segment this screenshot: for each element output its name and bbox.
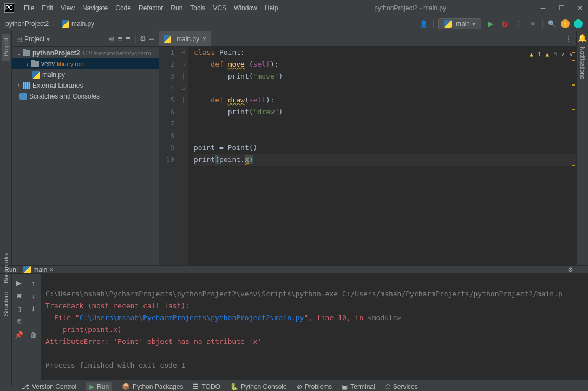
select-opened-icon[interactable]: ⊕	[109, 35, 115, 43]
pause-button[interactable]: ▯	[12, 302, 27, 315]
project-root-name: pythonProject2	[32, 49, 80, 57]
menu-edit[interactable]: Edit	[38, 3, 56, 14]
panel-hide-icon[interactable]: ─	[149, 35, 154, 43]
search-everywhere-icon[interactable]: 🔍	[547, 19, 557, 29]
packages-tool-button[interactable]: 📦Python Packages	[122, 383, 183, 390]
pin-button[interactable]: 📌	[12, 328, 27, 341]
run-tool-window: Run: main × ⚙ ─ ▶↑ ✖↓ ▯⤓ 🖶≣ 📌🗑 C:\Users\…	[0, 265, 588, 379]
scroll-button[interactable]: ≣	[27, 315, 41, 328]
warning-icon: ▲	[546, 49, 550, 61]
add-user-icon[interactable]: 👤	[419, 19, 429, 29]
breadcrumb-project[interactable]: pythonProject2	[5, 20, 49, 28]
run-button[interactable]: ▶	[486, 19, 495, 29]
down-button[interactable]: ↓	[27, 289, 41, 302]
window-title: pythonProject2 - main.py	[281, 4, 539, 12]
panel-dropdown-icon[interactable]: ▾	[47, 35, 50, 43]
python-file-icon	[32, 71, 40, 79]
external-libs-icon	[23, 82, 30, 89]
run-tab-close-icon[interactable]: ×	[49, 266, 53, 273]
tree-venv[interactable]: › venv library root	[12, 58, 159, 69]
left-tool-stripe: Project	[0, 31, 12, 265]
notifications-badge-icon[interactable]: 🔔	[578, 34, 587, 42]
tree-scratches[interactable]: Scratches and Consoles	[12, 91, 159, 102]
menu-view[interactable]: View	[57, 3, 78, 14]
project-tree: ⌄ pythonProject2 C:\Users\mshah\Pycharm …	[12, 47, 159, 103]
terminal-icon: ▣	[342, 383, 348, 390]
run-tab[interactable]: main	[33, 266, 47, 273]
soft-wrap-button[interactable]: ⤓	[27, 302, 41, 315]
breadcrumb-file[interactable]: main.py	[71, 20, 94, 28]
todo-tool-button[interactable]: ☰TODO	[193, 383, 220, 390]
tab-menu-icon[interactable]: ⋮	[565, 35, 572, 43]
menu-window[interactable]: Window	[231, 3, 260, 14]
right-tool-stripe: 🔔 Notifications	[576, 31, 588, 265]
bookmarks-tool-tab[interactable]: Bookmarks	[2, 249, 10, 288]
scratches-label: Scratches and Consoles	[29, 93, 100, 100]
run-hide-icon[interactable]: ─	[579, 266, 584, 273]
main-area: Project ▤ Project ▾ ⊕ ≡ ≣ | ⚙ ─ ⌄ python…	[0, 31, 588, 265]
menu-vcs[interactable]: VCS	[210, 3, 230, 14]
structure-tool-tab[interactable]: Structure	[2, 288, 10, 321]
venv-name: venv	[41, 60, 55, 68]
console-icon: 🐍	[230, 383, 238, 390]
tree-project-root[interactable]: ⌄ pythonProject2 C:\Users\mshah\Pycharm	[12, 48, 159, 58]
stop-button[interactable]: ✖	[12, 289, 27, 302]
scratches-icon	[19, 93, 27, 100]
python-icon	[444, 20, 452, 28]
up-button[interactable]: ↑	[27, 276, 41, 289]
panel-settings-icon[interactable]: ⚙	[140, 35, 146, 43]
console-tool-button[interactable]: 🐍Python Console	[230, 383, 287, 390]
project-view-icon: ▤	[16, 35, 22, 43]
menu-refactor[interactable]: Refactor	[135, 3, 166, 14]
tree-external-libs[interactable]: › External Libraries	[12, 80, 159, 91]
inspection-widget[interactable]: ▲1 ▲4 ∧ ∨	[530, 49, 573, 61]
menu-navigate[interactable]: Navigate	[79, 3, 111, 14]
package-icon: 📦	[122, 383, 130, 390]
menu-tools[interactable]: Tools	[187, 3, 208, 14]
maximize-button[interactable]: ☐	[558, 4, 565, 12]
prev-highlight-icon[interactable]: ∧	[561, 49, 565, 61]
tab-close-icon[interactable]: ×	[202, 35, 206, 43]
editor-tab-main[interactable]: main.py ×	[159, 31, 211, 46]
dropdown-icon: ▾	[472, 20, 475, 28]
python-icon	[23, 266, 31, 273]
tab-label: main.py	[177, 35, 199, 43]
breadcrumb-separator: 〉	[52, 19, 58, 28]
code-with-me-icon[interactable]	[574, 19, 583, 28]
notifications-tool-tab[interactable]: Notifications	[578, 42, 587, 83]
run-tool-button[interactable]: ▶Run	[86, 382, 112, 392]
python-file-icon	[164, 35, 171, 43]
print-button[interactable]: 🖶	[12, 315, 27, 328]
panel-title: Project	[24, 35, 44, 43]
code-editor[interactable]: 12345678910 ⊟⊟│⊟│ class Point: def move …	[159, 47, 576, 265]
venv-tag: library root	[57, 61, 85, 67]
ide-update-icon[interactable]: ↑	[561, 19, 570, 28]
coverage-button[interactable]: ⤴	[514, 19, 524, 29]
menu-code[interactable]: Code	[112, 3, 134, 14]
minimize-button[interactable]: ─	[539, 4, 547, 12]
rerun-button[interactable]: ▶	[12, 276, 27, 289]
clear-button[interactable]: 🗑	[27, 328, 41, 341]
error-stripe[interactable]	[571, 47, 576, 265]
menu-file[interactable]: File	[21, 3, 37, 14]
project-tool-tab[interactable]: Project	[2, 34, 10, 61]
stop-button[interactable]: ■	[528, 19, 538, 29]
project-root-path: C:\Users\mshah\Pycharm	[83, 50, 151, 56]
vcs-tool-button[interactable]: ⎇Version Control	[22, 383, 76, 390]
menu-help[interactable]: Help	[262, 3, 282, 14]
problems-tool-button[interactable]: ⊘Problems	[297, 383, 332, 390]
tree-main-py[interactable]: main.py	[12, 69, 159, 80]
console-output[interactable]: C:\Users\mshah\PycharmProjects\pythonPro…	[41, 274, 588, 386]
collapse-all-icon[interactable]: ≣	[125, 35, 131, 43]
run-settings-icon[interactable]: ⚙	[567, 266, 573, 273]
services-tool-button[interactable]: ⬡Services	[385, 383, 418, 390]
close-button[interactable]: ✕	[576, 4, 584, 12]
services-icon: ⬡	[385, 383, 390, 390]
expand-all-icon[interactable]: ≡	[118, 35, 122, 43]
menu-run[interactable]: Run	[167, 3, 186, 14]
run-config-selector[interactable]: main ▾	[438, 18, 481, 29]
terminal-tool-button[interactable]: ▣Terminal	[342, 383, 375, 390]
debug-button[interactable]: 🐞	[500, 19, 509, 29]
external-libs-label: External Libraries	[32, 82, 83, 89]
warning-icon: ▲	[530, 49, 533, 61]
